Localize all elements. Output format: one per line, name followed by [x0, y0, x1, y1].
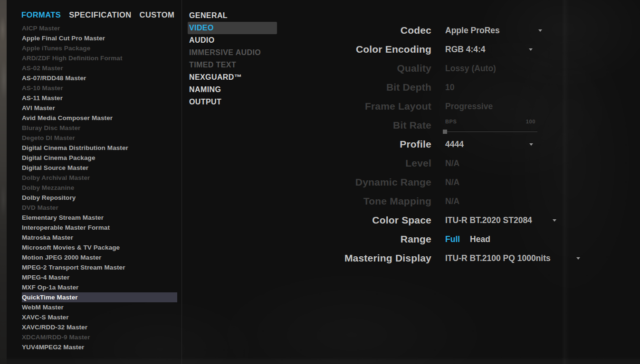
format-label: AS-11 Master: [22, 94, 63, 102]
section-item[interactable]: NAMING: [188, 84, 277, 96]
frame-layout-label: Frame Layout: [285, 101, 431, 112]
format-list-item[interactable]: Avid Media Composer Master: [22, 113, 177, 123]
slider-handle: [443, 130, 447, 134]
setting-row-color-encoding: Color Encoding RGB 4:4:4: [285, 40, 551, 59]
tab[interactable]: FORMATS: [21, 10, 61, 19]
color-encoding-dropdown[interactable]: RGB 4:4:4: [445, 45, 486, 55]
format-list-item[interactable]: Bluray Disc Master: [22, 123, 177, 133]
format-list-item[interactable]: Dolby Mezzanine: [22, 183, 177, 193]
format-label: Digital Cinema Package: [22, 154, 96, 161]
format-tabs: FORMATS SPECIFICATION CUSTOM: [21, 10, 174, 19]
format-list-item[interactable]: MPEG-4 Master: [22, 272, 177, 282]
tab[interactable]: CUSTOM: [140, 10, 175, 19]
format-label: MXF Op-1a Master: [22, 284, 78, 291]
format-list-item[interactable]: MPEG-2 Transport Stream Master: [22, 262, 177, 272]
format-list-item[interactable]: AS-10 Master: [22, 83, 177, 93]
format-list-item[interactable]: XAVC/RDD-32 Master: [22, 322, 177, 332]
range-option-head[interactable]: Head: [470, 234, 490, 244]
setting-row-tone-mapping: Tone Mapping N/A: [285, 192, 551, 211]
setting-row-profile: Profile 4444: [285, 135, 551, 154]
section-label: GENERAL: [189, 11, 228, 19]
formats-list: AICP Master Apple Final Cut Pro Master A…: [22, 23, 177, 352]
format-list-item[interactable]: MXF Op-1a Master: [22, 282, 177, 292]
color-encoding-value: RGB 4:4:4: [445, 45, 486, 55]
format-list-item[interactable]: Dolby Repository: [22, 193, 177, 203]
format-label: DVD Master: [22, 204, 58, 211]
range-option-full[interactable]: Full: [445, 234, 460, 244]
format-label: XAVC-S Master: [22, 314, 69, 321]
format-label: Apple iTunes Package: [22, 45, 90, 52]
format-list-item[interactable]: YUV4MPEG2 Master: [22, 342, 177, 352]
format-list-item[interactable]: XAVC-S Master: [22, 312, 177, 322]
format-list-item[interactable]: AS-07/RDD48 Master: [22, 73, 177, 83]
chevron-down-icon: [529, 48, 533, 51]
format-label: WebM Master: [22, 304, 64, 311]
setting-row-color-space: Color Space ITU-R BT.2020 ST2084: [285, 211, 551, 230]
format-list-item[interactable]: Degeto DI Master: [22, 133, 177, 143]
section-item[interactable]: IMMERSIVE AUDIO: [188, 47, 277, 59]
panel-divider: [181, 0, 182, 364]
tone-mapping-value: N/A: [445, 196, 459, 206]
format-label: Avid Media Composer Master: [22, 114, 113, 121]
format-list-item[interactable]: WebM Master: [22, 302, 177, 312]
format-label: Elementary Stream Master: [22, 214, 104, 221]
chevron-down-icon: [538, 29, 542, 32]
section-item[interactable]: NEXGUARD™: [188, 71, 277, 84]
section-label: AUDIO: [189, 36, 215, 44]
format-list-item[interactable]: AS-02 Master: [22, 63, 177, 73]
color-space-dropdown[interactable]: ITU-R BT.2020 ST2084: [445, 215, 532, 225]
frame-layout-value: Progressive: [445, 102, 493, 112]
section-item[interactable]: AUDIO: [188, 34, 277, 47]
format-list-item[interactable]: Matroska Master: [22, 233, 177, 243]
format-list-item[interactable]: Digital Cinema Distribution Master: [22, 143, 177, 153]
format-list-item[interactable]: Elementary Stream Master: [22, 213, 177, 223]
format-list-item[interactable]: Interoperable Master Format: [22, 223, 177, 233]
mastering-display-dropdown[interactable]: ITU-R BT.2100 PQ 1000nits: [445, 253, 551, 263]
chevron-down-icon: [553, 219, 556, 222]
section-item[interactable]: OUTPUT: [188, 96, 277, 108]
section-label: OUTPUT: [189, 98, 221, 106]
level-label: Level: [285, 158, 431, 169]
slider-unit-label: BPS: [445, 119, 457, 124]
format-list-item[interactable]: ARD/ZDF High Definition Format: [22, 53, 177, 63]
format-list-item[interactable]: Microsoft Movies & TV Package: [22, 243, 177, 252]
tab[interactable]: SPECIFICATION: [69, 10, 131, 19]
format-list-item[interactable]: AICP Master: [22, 23, 177, 33]
format-list-item[interactable]: Motion JPEG 2000 Master: [22, 252, 177, 262]
format-label: AS-07/RDD48 Master: [22, 75, 86, 82]
mastering-display-label: Mastering Display: [285, 252, 431, 264]
codec-dropdown[interactable]: Apple ProRes: [445, 26, 500, 36]
tab-label: CUSTOM: [140, 10, 175, 19]
slider-max-label: 100: [526, 119, 535, 124]
format-list-item[interactable]: QuickTime Master: [22, 292, 177, 302]
codec-value: Apple ProRes: [445, 26, 500, 36]
bit-rate-label: Bit Rate: [285, 120, 431, 131]
chevron-down-icon: [529, 143, 533, 146]
format-list-item[interactable]: XDCAM/RDD-9 Master: [22, 332, 177, 342]
format-label: AS-02 Master: [22, 65, 63, 72]
profile-dropdown[interactable]: 4444: [445, 140, 464, 149]
section-item[interactable]: GENERAL: [188, 9, 277, 22]
format-list-item[interactable]: AS-11 Master: [22, 93, 177, 103]
format-label: AVI Master: [22, 104, 55, 112]
format-list-item[interactable]: AVI Master: [22, 103, 177, 113]
format-list-item[interactable]: Dolby Archival Master: [22, 173, 177, 183]
format-label: Digital Cinema Distribution Master: [22, 144, 128, 151]
format-list-item[interactable]: Apple iTunes Package: [22, 43, 177, 53]
range-label: Range: [285, 233, 431, 245]
format-list-item[interactable]: Digital Source Master: [22, 163, 177, 173]
setting-row-quality: Quality Lossy (Auto): [285, 59, 551, 78]
format-list-item[interactable]: Apple Final Cut Pro Master: [22, 33, 177, 43]
format-label: Bluray Disc Master: [22, 124, 80, 131]
format-list-item[interactable]: DVD Master: [22, 203, 177, 213]
section-item[interactable]: VIDEO: [188, 22, 277, 34]
format-label: MPEG-4 Master: [22, 274, 69, 281]
mastering-display-value: ITU-R BT.2100 PQ 1000nits: [445, 253, 551, 263]
format-list-item[interactable]: Digital Cinema Package: [22, 153, 177, 163]
bit-rate-slider: BPS 100: [445, 116, 535, 135]
tab-label: SPECIFICATION: [69, 10, 131, 19]
setting-row-mastering-display: Mastering Display ITU-R BT.2100 PQ 1000n…: [285, 249, 551, 268]
codec-label: Codec: [285, 25, 431, 36]
section-item[interactable]: TIMED TEXT: [188, 59, 277, 71]
format-label: Apple Final Cut Pro Master: [22, 35, 105, 42]
